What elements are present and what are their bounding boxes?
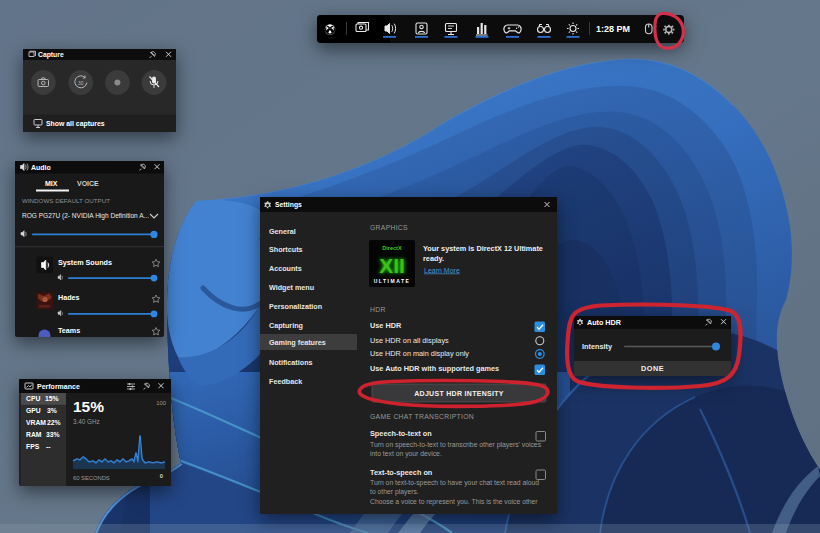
svg-text:Turn on text-to-speech to have: Turn on text-to-speech to have your chat… (370, 479, 539, 487)
svg-text:Show all captures: Show all captures (46, 120, 105, 128)
svg-text:ready.: ready. (423, 254, 444, 263)
svg-text:Accounts: Accounts (269, 264, 302, 273)
svg-text:GRAPHICS: GRAPHICS (370, 224, 408, 231)
svg-text:MIX: MIX (45, 180, 58, 187)
svg-text:FPS: FPS (26, 443, 40, 450)
svg-text:System Sounds: System Sounds (58, 258, 112, 267)
svg-text:Performance: Performance (37, 383, 80, 390)
svg-text:Learn More: Learn More (424, 267, 460, 274)
svg-text:Intensity: Intensity (582, 342, 613, 351)
svg-text:Text-to-speech on: Text-to-speech on (370, 468, 432, 477)
svg-text:Capture: Capture (38, 51, 64, 59)
svg-text:Your system is DirectX 12 Ulti: Your system is DirectX 12 Ultimate (423, 244, 543, 253)
svg-text:GAME CHAT TRANSCRIPTION: GAME CHAT TRANSCRIPTION (370, 413, 474, 420)
svg-text:into text on your device.: into text on your device. (370, 450, 442, 458)
svg-text:Widget menu: Widget menu (269, 283, 314, 292)
svg-text:Turn on speech-to-text to tran: Turn on speech-to-text to transcribe oth… (370, 441, 542, 449)
svg-text:Use HDR on main display only: Use HDR on main display only (370, 349, 469, 358)
svg-text:HDR: HDR (370, 306, 386, 313)
svg-text:60 SECONDS: 60 SECONDS (73, 475, 110, 481)
svg-text:1:28 PM: 1:28 PM (596, 24, 630, 34)
svg-text:XII: XII (379, 254, 405, 277)
svg-text:CPU: CPU (26, 395, 40, 402)
svg-text:Use HDR on all displays: Use HDR on all displays (370, 336, 449, 345)
svg-text:RAM: RAM (26, 431, 42, 438)
svg-text:Notifications: Notifications (269, 358, 313, 367)
svg-text:Feedback: Feedback (269, 377, 302, 386)
svg-text:to other players.: to other players. (370, 488, 419, 496)
svg-text:15%: 15% (45, 395, 59, 402)
svg-text:Auto HDR: Auto HDR (587, 318, 622, 327)
svg-text:Capturing: Capturing (269, 321, 303, 330)
svg-text:33%: 33% (46, 431, 60, 438)
svg-text:0: 0 (160, 473, 163, 479)
svg-text:ADJUST HDR INTENSITY: ADJUST HDR INTENSITY (414, 390, 504, 397)
svg-text:Audio: Audio (31, 164, 51, 171)
svg-text:General: General (269, 227, 296, 236)
svg-text:--: -- (46, 443, 51, 450)
svg-text:Settings: Settings (275, 201, 302, 209)
svg-text:WINDOWS DEFAULT OUTPUT: WINDOWS DEFAULT OUTPUT (22, 198, 110, 204)
svg-text:DirectX: DirectX (382, 245, 402, 251)
svg-text:Choose a voice to represent yo: Choose a voice to represent you. This is… (370, 498, 538, 506)
svg-text:Use HDR: Use HDR (370, 321, 402, 330)
svg-text:3.40 GHz: 3.40 GHz (73, 418, 100, 425)
svg-text:Speech-to-text on: Speech-to-text on (370, 429, 432, 438)
svg-text:Use Auto HDR with supported ga: Use Auto HDR with supported games (370, 364, 499, 373)
svg-text:DONE: DONE (641, 364, 664, 373)
svg-text:Gaming features: Gaming features (269, 338, 326, 347)
svg-text:VOICE: VOICE (77, 180, 99, 187)
svg-text:Personalization: Personalization (269, 302, 322, 311)
svg-text:22%: 22% (47, 419, 61, 426)
svg-text:ULTIMATE: ULTIMATE (374, 278, 411, 284)
svg-text:3%: 3% (47, 407, 57, 414)
svg-text:30: 30 (78, 80, 84, 86)
svg-text:GPU: GPU (26, 407, 41, 414)
svg-text:Teams: Teams (58, 326, 80, 335)
svg-text:VRAM: VRAM (26, 419, 46, 426)
svg-text:15%: 15% (73, 398, 104, 415)
svg-text:Shortcuts: Shortcuts (269, 245, 303, 254)
svg-text:100: 100 (156, 400, 166, 406)
svg-text:Hades: Hades (58, 293, 80, 302)
svg-text:ROG PG27U (2- NVIDIA High Defi: ROG PG27U (2- NVIDIA High Definition A..… (22, 212, 149, 220)
